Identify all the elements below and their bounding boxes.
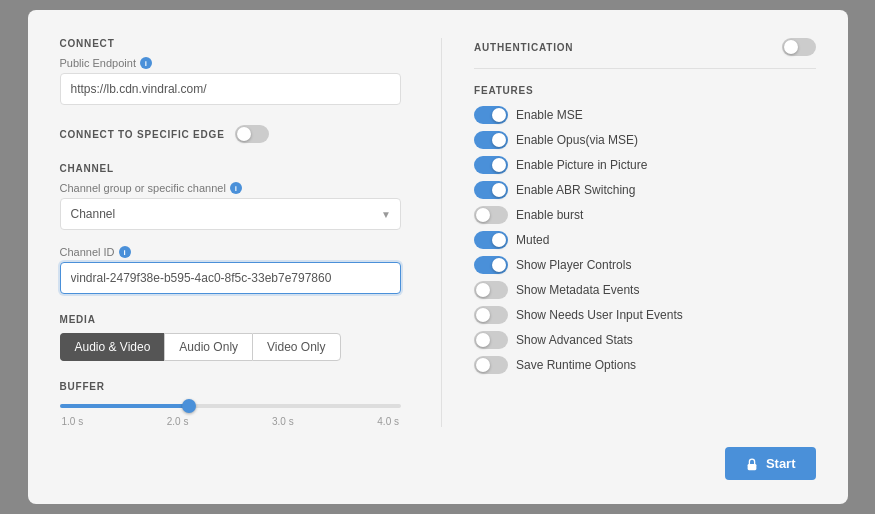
feature-row-enable-burst: Enable burst (474, 206, 816, 224)
toggle-enable-pip[interactable] (474, 156, 508, 174)
connect-specific-edge-toggle[interactable] (235, 125, 269, 143)
feature-row-show-metadata-events: Show Metadata Events (474, 281, 816, 299)
channel-info-icon[interactable]: i (230, 182, 242, 194)
start-label: Start (766, 456, 796, 471)
channel-select[interactable]: Channel (60, 198, 402, 230)
toggle-muted[interactable] (474, 231, 508, 249)
toggle-track (474, 156, 508, 174)
endpoint-label: Public Endpoint i (60, 57, 402, 69)
feature-row-show-player-controls: Show Player Controls (474, 256, 816, 274)
auth-toggle-track (782, 38, 816, 56)
feature-name-enable-mse: Enable MSE (516, 108, 583, 122)
connect-label: CONNECT (60, 38, 402, 49)
toggle-thumb (492, 108, 506, 122)
buffer-slider[interactable] (60, 400, 402, 412)
feature-name-show-needs-user-input: Show Needs User Input Events (516, 308, 683, 322)
media-label: MEDIA (60, 314, 402, 325)
feature-row-muted: Muted (474, 231, 816, 249)
toggle-show-needs-user-input[interactable] (474, 306, 508, 324)
feature-name-enable-opus: Enable Opus(via MSE) (516, 133, 638, 147)
left-panel: CONNECT Public Endpoint i CONNECT TO SPE… (60, 38, 402, 427)
buffer-thumb (182, 399, 196, 413)
buffer-label: BUFFER (60, 381, 402, 392)
toggle-thumb (476, 208, 490, 222)
toggle-thumb (492, 183, 506, 197)
media-tab-video-only[interactable]: Video Only (252, 333, 340, 361)
toggle-thumb (492, 158, 506, 172)
feature-row-show-needs-user-input: Show Needs User Input Events (474, 306, 816, 324)
connect-section: CONNECT Public Endpoint i (60, 38, 402, 105)
feature-row-enable-abr: Enable ABR Switching (474, 181, 816, 199)
toggle-thumb (237, 127, 251, 141)
buffer-section: BUFFER 1.0 s 2.0 s 3.0 s 4.0 s (60, 381, 402, 427)
toggle-track (474, 256, 508, 274)
channel-id-section: Channel ID i (60, 246, 402, 294)
connect-specific-edge-row: CONNECT TO SPECIFIC EDGE (60, 125, 402, 143)
toggle-show-player-controls[interactable] (474, 256, 508, 274)
feature-name-show-metadata-events: Show Metadata Events (516, 283, 639, 297)
feature-name-enable-abr: Enable ABR Switching (516, 183, 635, 197)
buffer-fill (60, 404, 190, 408)
feature-name-show-advanced-stats: Show Advanced Stats (516, 333, 633, 347)
features-label: FEATURES (474, 85, 816, 96)
toggle-enable-abr[interactable] (474, 181, 508, 199)
buffer-tick-2: 2.0 s (167, 416, 189, 427)
buffer-tick-4: 4.0 s (377, 416, 399, 427)
right-panel: AUTHENTICATION FEATURES Enable MSE (441, 38, 816, 427)
toggle-thumb (492, 133, 506, 147)
channel-section: CHANNEL Channel group or specific channe… (60, 163, 402, 230)
lock-icon (745, 457, 759, 471)
connect-specific-edge-label: CONNECT TO SPECIFIC EDGE (60, 129, 225, 140)
endpoint-input[interactable] (60, 73, 402, 105)
start-button[interactable]: Start (725, 447, 816, 480)
feature-name-enable-burst: Enable burst (516, 208, 583, 222)
toggle-track (474, 306, 508, 324)
media-tabs: Audio & Video Audio Only Video Only (60, 333, 402, 361)
channel-id-input[interactable] (60, 262, 402, 294)
feature-name-enable-pip: Enable Picture in Picture (516, 158, 647, 172)
channel-label: CHANNEL (60, 163, 402, 174)
channel-id-info-icon[interactable]: i (119, 246, 131, 258)
toggle-thumb (476, 283, 490, 297)
toggle-thumb (492, 258, 506, 272)
toggle-track (474, 281, 508, 299)
buffer-tick-3: 3.0 s (272, 416, 294, 427)
toggle-show-advanced-stats[interactable] (474, 331, 508, 349)
toggle-enable-opus[interactable] (474, 131, 508, 149)
toggle-enable-burst[interactable] (474, 206, 508, 224)
auth-toggle-thumb (784, 40, 798, 54)
feature-name-show-player-controls: Show Player Controls (516, 258, 631, 272)
modal: CONNECT Public Endpoint i CONNECT TO SPE… (28, 10, 848, 504)
channel-id-label: Channel ID i (60, 246, 402, 258)
auth-label: AUTHENTICATION (474, 42, 573, 53)
channel-group-label: Channel group or specific channel i (60, 182, 402, 194)
auth-toggle[interactable] (782, 38, 816, 56)
media-tab-audio-video[interactable]: Audio & Video (60, 333, 165, 361)
endpoint-info-icon[interactable]: i (140, 57, 152, 69)
buffer-ticks: 1.0 s 2.0 s 3.0 s 4.0 s (60, 416, 402, 427)
toggle-track (474, 331, 508, 349)
feature-row-enable-opus: Enable Opus(via MSE) (474, 131, 816, 149)
toggle-thumb (492, 233, 506, 247)
toggle-track (235, 125, 269, 143)
media-tab-audio-only[interactable]: Audio Only (164, 333, 252, 361)
channel-select-wrapper: Channel ▼ (60, 198, 402, 230)
modal-body: CONNECT Public Endpoint i CONNECT TO SPE… (60, 38, 816, 427)
modal-footer: Start (60, 447, 816, 480)
buffer-tick-1: 1.0 s (62, 416, 84, 427)
toggle-track (474, 181, 508, 199)
toggle-thumb (476, 308, 490, 322)
auth-header: AUTHENTICATION (474, 38, 816, 69)
toggle-track (474, 356, 508, 374)
toggle-track (474, 131, 508, 149)
toggle-track (474, 206, 508, 224)
feature-row-enable-mse: Enable MSE (474, 106, 816, 124)
toggle-enable-mse[interactable] (474, 106, 508, 124)
toggle-track (474, 231, 508, 249)
toggle-track (474, 106, 508, 124)
toggle-thumb (476, 358, 490, 372)
toggle-thumb (476, 333, 490, 347)
toggle-save-runtime-options[interactable] (474, 356, 508, 374)
toggle-show-metadata-events[interactable] (474, 281, 508, 299)
feature-row-save-runtime-options: Save Runtime Options (474, 356, 816, 374)
